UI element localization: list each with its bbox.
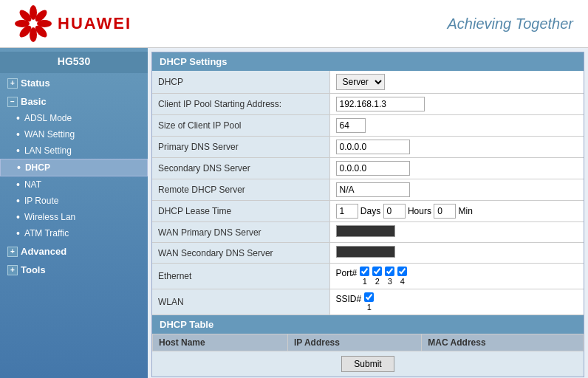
ethernet-port-2-checkbox[interactable] (372, 267, 382, 276)
ethernet-row: Ethernet Port# 1 2 (152, 264, 584, 289)
expand-icon-tools: + (7, 265, 18, 275)
wlan-ssid-1: 1 (364, 292, 374, 312)
ethernet-port-4-label: 4 (400, 277, 405, 286)
client-ip-pool-label: Client IP Pool Starting Address: (152, 94, 329, 115)
lease-hours-input[interactable] (383, 204, 406, 219)
lease-time-label: DHCP Lease Time (152, 201, 329, 222)
header: HUAWEI Achieving Together (0, 0, 588, 48)
sidebar-item-status[interactable]: + Status (0, 75, 148, 92)
sidebar: HG530 + Status − Basic ADSL Mode WAN Set… (0, 48, 148, 378)
logo-area: HUAWEI (15, 5, 131, 42)
sidebar-label-status: Status (21, 78, 50, 89)
dhcp-label: DHCP (152, 71, 329, 94)
primary-dns-label: Primary DNS Server (152, 137, 329, 158)
wan-secondary-dns-value (336, 246, 395, 258)
client-ip-pool-input[interactable] (336, 97, 425, 111)
col-host-name: Host Name (153, 334, 288, 351)
sidebar-item-basic[interactable]: − Basic (0, 93, 148, 110)
client-ip-pool-row: Client IP Pool Starting Address: (152, 94, 584, 115)
ethernet-port-3: 3 (385, 267, 394, 286)
nav-section-tools: + Tools (0, 261, 148, 278)
primary-dns-row: Primary DNS Server (152, 137, 584, 158)
lease-time-row: DHCP Lease Time Days Hours Min (152, 201, 584, 222)
dhcp-row: DHCP Server Client None (152, 71, 584, 94)
wan-primary-dns-label: WAN Primary DNS Server (152, 222, 329, 243)
content-area: DHCP Settings DHCP Server Client None (148, 48, 588, 378)
size-ip-pool-row: Size of Client IP Pool (152, 115, 584, 137)
content-wrapper: DHCP Settings DHCP Server Client None (151, 52, 584, 377)
wan-secondary-dns-value-cell (329, 243, 584, 264)
wan-secondary-dns-label: WAN Secondary DNS Server (152, 243, 329, 264)
wan-secondary-dns-row: WAN Secondary DNS Server (152, 243, 584, 264)
secondary-dns-label: Secondary DNS Server (152, 158, 329, 179)
sidebar-item-advanced[interactable]: + Advanced (0, 243, 148, 260)
col-mac-address: MAC Address (422, 334, 584, 351)
wlan-row: WLAN SSID# 1 (152, 289, 584, 315)
secondary-dns-row: Secondary DNS Server (152, 158, 584, 179)
sidebar-label-basic: Basic (21, 96, 47, 107)
lease-mins-input[interactable] (434, 204, 456, 219)
hours-label: Hours (408, 206, 431, 216)
dhcp-select[interactable]: Server Client None (336, 74, 385, 90)
client-ip-pool-value-cell (329, 94, 584, 115)
remote-dhcp-input[interactable] (336, 182, 410, 197)
remote-dhcp-row: Remote DHCP Server (152, 179, 584, 201)
dhcp-table-header-row: Host Name IP Address MAC Address (153, 334, 584, 351)
days-label: Days (360, 206, 380, 216)
sidebar-item-atm-traffic[interactable]: ATM Traffic (0, 225, 148, 241)
secondary-dns-input[interactable] (336, 161, 410, 176)
primary-dns-input[interactable] (336, 140, 410, 154)
primary-dns-value-cell (329, 137, 584, 158)
expand-icon-status: + (7, 78, 18, 89)
size-ip-pool-label: Size of Client IP Pool (152, 115, 329, 137)
sidebar-item-wan-setting[interactable]: WAN Setting (0, 126, 148, 142)
huawei-logo-icon (15, 5, 52, 42)
sidebar-item-lan-setting[interactable]: LAN Setting (0, 142, 148, 159)
ethernet-port-1-checkbox[interactable] (360, 267, 369, 276)
min-label: Min (459, 206, 473, 216)
ethernet-port-1: 1 (360, 267, 369, 286)
lease-time-value-cell: Days Hours Min (329, 201, 584, 222)
wan-primary-dns-value-cell (329, 222, 584, 243)
ethernet-value-cell: Port# 1 2 3 (329, 264, 584, 289)
remote-dhcp-value-cell (329, 179, 584, 201)
sidebar-item-dhcp[interactable]: DHCP (0, 159, 148, 176)
wlan-ssid-1-checkbox[interactable] (364, 292, 374, 302)
logo-text: HUAWEI (58, 14, 131, 33)
dhcp-settings-title: DHCP Settings (152, 52, 584, 71)
submit-row: Submit (152, 351, 584, 377)
sidebar-item-wireless-lan[interactable]: Wireless Lan (0, 209, 148, 225)
main-layout: HG530 + Status − Basic ADSL Mode WAN Set… (0, 48, 588, 378)
ethernet-port-3-label: 3 (388, 277, 392, 286)
nav-section-advanced: + Advanced (0, 243, 148, 260)
secondary-dns-value-cell (329, 158, 584, 179)
ethernet-port-2: 2 (372, 267, 382, 286)
sidebar-item-ip-route[interactable]: IP Route (0, 193, 148, 209)
sidebar-item-nat[interactable]: NAT (0, 176, 148, 193)
ethernet-port-4-checkbox[interactable] (397, 267, 407, 276)
ethernet-port-1-label: 1 (363, 277, 367, 286)
wlan-label: WLAN (152, 289, 329, 315)
sidebar-item-tools[interactable]: + Tools (0, 261, 148, 278)
lease-days-input[interactable] (336, 204, 358, 219)
sidebar-item-adsl-mode[interactable]: ADSL Mode (0, 110, 148, 126)
tagline: Achieving Together (448, 16, 574, 32)
sidebar-label-advanced: Advanced (21, 246, 66, 257)
submit-button[interactable]: Submit (341, 356, 394, 372)
settings-table: DHCP Server Client None Client IP Pool S… (152, 71, 584, 315)
port-label: Port# (336, 268, 358, 278)
ethernet-port-3-checkbox[interactable] (385, 267, 394, 276)
col-ip-address: IP Address (287, 334, 421, 351)
wlan-ssid-1-label: 1 (367, 303, 372, 312)
wan-primary-dns-value (336, 225, 395, 237)
nav-section-status: + Status (0, 75, 148, 92)
dhcp-table: Host Name IP Address MAC Address (152, 334, 584, 351)
wlan-value-cell: SSID# 1 (329, 289, 584, 315)
wan-primary-dns-row: WAN Primary DNS Server (152, 222, 584, 243)
dhcp-value-cell: Server Client None (329, 71, 584, 94)
ssid-label: SSID# (336, 294, 362, 304)
nav-section-basic: − Basic ADSL Mode WAN Setting LAN Settin… (0, 93, 148, 241)
ethernet-port-4: 4 (397, 267, 407, 286)
remote-dhcp-label: Remote DHCP Server (152, 179, 329, 201)
size-ip-pool-input[interactable] (336, 118, 366, 133)
